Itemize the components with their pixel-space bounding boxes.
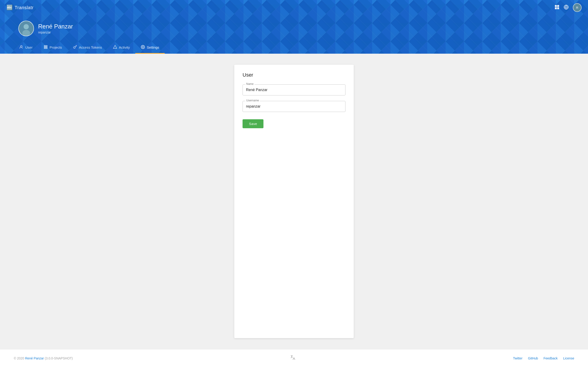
name-label: Name [245,82,254,85]
footer-links: Twitter GitHub Feedback License [513,357,574,360]
avatar-initial: R [576,6,578,9]
profile-avatar [18,21,34,36]
user-icon [19,45,23,50]
app-name: Translatr [15,5,34,10]
topbar: 🔤 Translatr R [0,0,588,15]
tab-user[interactable]: User [14,42,38,54]
svg-line-21 [76,46,76,46]
settings-card: User Name Username Save [234,65,354,338]
svg-marker-22 [113,45,117,49]
svg-point-18 [73,47,75,49]
svg-point-13 [22,30,30,36]
footer: © 2020 René Panzar (3.0.0-SNAPSHOT) Twit… [0,349,588,367]
tab-access-tokens-label: Access Tokens [79,45,102,49]
profile-section: René Panzar repanzar [0,15,588,42]
app-logo[interactable]: 🔤 Translatr [6,5,34,10]
save-button[interactable]: Save [242,119,263,128]
globe-icon[interactable] [564,5,569,11]
svg-rect-6 [557,5,559,7]
footer-github-link[interactable]: GitHub [528,357,538,360]
svg-rect-5 [555,5,557,7]
svg-rect-17 [44,48,47,49]
tab-activity[interactable]: Activity [107,42,136,54]
footer-logo [290,354,296,362]
name-input[interactable] [242,84,346,95]
name-field-group: Name [242,84,346,95]
username-label: Username [245,99,260,102]
grid-icon[interactable] [554,5,560,11]
tab-access-tokens[interactable]: Access Tokens [68,42,107,54]
tab-settings[interactable]: Settings [135,42,165,54]
tab-settings-label: Settings [147,45,159,49]
card-title: User [242,72,346,78]
svg-rect-15 [44,45,47,46]
projects-icon [44,45,48,50]
svg-line-20 [76,46,77,47]
tab-projects[interactable]: Projects [38,42,68,54]
footer-copyright: © 2020 René Panzar (3.0.0-SNAPSHOT) [14,357,73,360]
footer-twitter-link[interactable]: Twitter [513,357,522,360]
footer-feedback-link[interactable]: Feedback [544,357,557,360]
profile-info: René Panzar repanzar [38,23,73,34]
profile-name: René Panzar [38,23,73,30]
profile-username: repanzar [38,31,73,34]
username-input[interactable] [242,101,346,112]
user-avatar[interactable]: R [573,3,582,12]
tab-projects-label: Projects [50,45,62,49]
svg-rect-7 [555,7,557,9]
nav-tabs: User Projects Access Tokens Activity [0,42,588,54]
topbar-actions: R [554,3,582,12]
svg-rect-16 [44,47,47,48]
tab-user-label: User [25,45,33,49]
settings-icon [141,45,145,50]
svg-point-12 [24,24,29,29]
username-field-group: Username [242,101,346,112]
svg-point-23 [142,47,144,48]
translate-icon: 🔤 [6,5,13,10]
svg-rect-8 [557,7,559,9]
main-content: User Name Username Save [0,54,588,349]
key-icon [73,45,77,50]
header: 🔤 Translatr R René Panzar repanz [0,0,588,54]
activity-icon [113,45,117,50]
tab-activity-label: Activity [119,45,130,49]
footer-author-link[interactable]: René Panzar [25,357,44,360]
footer-license-link[interactable]: License [563,357,574,360]
